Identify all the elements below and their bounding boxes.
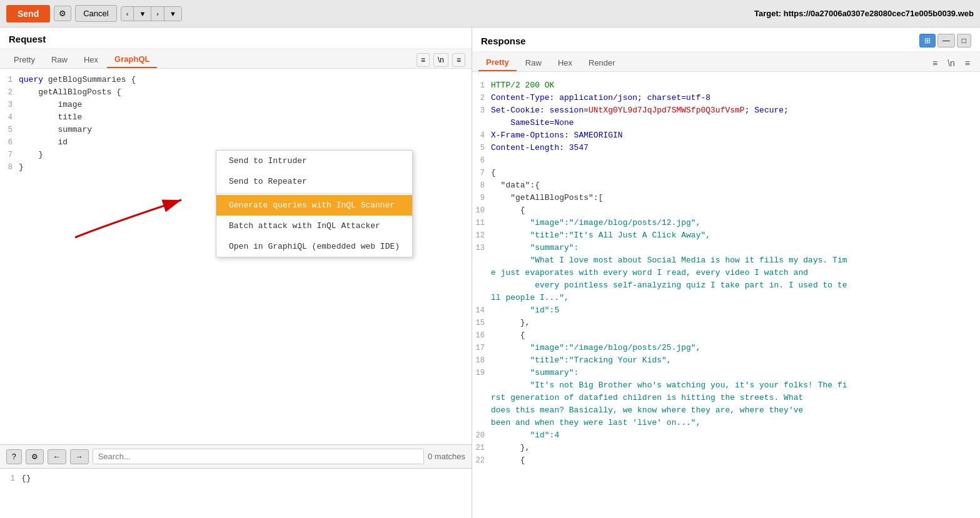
resp-line-20: 20 "id":4 bbox=[472, 429, 980, 442]
response-more-icon[interactable]: ≡ bbox=[961, 56, 974, 70]
settings-icon-button[interactable]: ⚙ bbox=[54, 6, 71, 21]
response-panel-header: Response ⊞ — □ bbox=[472, 27, 980, 52]
help-button[interactable]: ? bbox=[6, 449, 22, 464]
match-count: 0 matches bbox=[428, 452, 465, 461]
resp-line-19: 19 "summary": bbox=[472, 367, 980, 379]
context-menu: Send to Intruder Send to Repeater Genera… bbox=[216, 150, 413, 257]
tab-pretty-request[interactable]: Pretty bbox=[6, 52, 43, 67]
resp-line-14: 14 "id":5 bbox=[472, 304, 980, 317]
search-next-button[interactable]: → bbox=[70, 449, 89, 464]
resp-line-4: 4 X-Frame-Options: SAMEORIGIN bbox=[472, 129, 980, 142]
back-dropdown-button[interactable]: ▼ bbox=[134, 7, 151, 21]
request-panel-title: Request bbox=[0, 27, 472, 49]
tab-hex-request[interactable]: Hex bbox=[76, 52, 106, 67]
code-line-4: 4 title bbox=[0, 111, 472, 124]
search-prev-button[interactable]: ← bbox=[48, 449, 66, 464]
arrow-indicator bbox=[56, 175, 219, 250]
resp-line-15: 15 }, bbox=[472, 317, 980, 329]
resp-line-19b: "It's not Big Brother who's watching you… bbox=[472, 379, 980, 392]
more-icon-button[interactable]: ≡ bbox=[452, 53, 465, 67]
request-tab-icons: ≡ \n ≡ bbox=[417, 53, 465, 67]
ctx-generate-queries[interactable]: Generate queries with InQL Scanner bbox=[216, 195, 412, 216]
request-panel: Request Pretty Raw Hex GraphQL ≡ \n ≡ 1 … bbox=[0, 27, 472, 518]
cancel-button[interactable]: Cancel bbox=[75, 5, 116, 22]
toolbar: Send ⚙ Cancel ‹ ▼ › ▼ Target: https://0a… bbox=[0, 0, 980, 27]
response-wrap-icon[interactable]: \n bbox=[944, 56, 959, 70]
response-panel: Response ⊞ — □ Pretty Raw Hex Render ≡ \… bbox=[472, 27, 980, 518]
view-horizontal-button[interactable]: — bbox=[937, 34, 955, 47]
bottom-code-area: 1 {} bbox=[0, 468, 472, 518]
resp-line-3b: SameSite=None bbox=[472, 117, 980, 129]
ctx-batch-attack[interactable]: Batch attack with InQL Attacker bbox=[216, 216, 412, 236]
resp-line-13d: every pointless self-analyzing quiz I ta… bbox=[472, 279, 980, 292]
resp-line-19d: does this mean? Basically, we know where… bbox=[472, 404, 980, 417]
resp-line-18: 18 "title":"Tracking Your Kids", bbox=[472, 354, 980, 367]
code-line-3: 3 image bbox=[0, 99, 472, 111]
request-code-area[interactable]: 1 query getBlogSummaries { 2 getAllBlogP… bbox=[0, 69, 472, 444]
search-bar: ? ⚙ ← → 0 matches bbox=[0, 444, 472, 468]
tab-pretty-response[interactable]: Pretty bbox=[478, 54, 517, 71]
search-input[interactable] bbox=[93, 449, 424, 464]
response-tab-icons: ≡ \n ≡ bbox=[929, 56, 974, 70]
resp-line-13c: e just evaporates with every word I read… bbox=[472, 267, 980, 279]
view-split-button[interactable]: ⊞ bbox=[919, 34, 936, 47]
forward-button[interactable]: › bbox=[151, 7, 164, 21]
main-content: Request Pretty Raw Hex GraphQL ≡ \n ≡ 1 … bbox=[0, 27, 980, 518]
forward-dropdown-button[interactable]: ▼ bbox=[164, 7, 181, 21]
response-code-area: 1 HTTP/2 200 OK 2 Content-Type: applicat… bbox=[472, 72, 980, 518]
response-panel-title: Response bbox=[481, 36, 526, 46]
view-full-button[interactable]: □ bbox=[957, 34, 971, 47]
tab-raw-request[interactable]: Raw bbox=[44, 52, 75, 67]
back-button[interactable]: ‹ bbox=[121, 7, 134, 21]
nav-arrows: ‹ ▼ › ▼ bbox=[121, 6, 182, 21]
resp-line-13e: ll people I...", bbox=[472, 292, 980, 304]
response-list-icon[interactable]: ≡ bbox=[929, 56, 941, 70]
code-line-2: 2 getAllBlogPosts { bbox=[0, 86, 472, 99]
resp-line-10: 10 { bbox=[472, 204, 980, 217]
resp-line-19c: rst generation of datafied children is h… bbox=[472, 392, 980, 404]
resp-line-8: 8 "data":{ bbox=[472, 179, 980, 192]
resp-line-22: 22 { bbox=[472, 454, 980, 467]
wrap-icon-button[interactable]: \n bbox=[433, 53, 448, 67]
code-line-6: 6 id bbox=[0, 136, 472, 149]
resp-line-12: 12 "title":"It's All Just A Click Away", bbox=[472, 229, 980, 242]
code-line-5: 5 summary bbox=[0, 124, 472, 136]
resp-line-7: 7 { bbox=[472, 167, 980, 179]
tab-graphql-request[interactable]: GraphQL bbox=[107, 51, 157, 68]
resp-line-13: 13 "summary": bbox=[472, 242, 980, 254]
ctx-send-to-repeater[interactable]: Send to Repeater bbox=[216, 171, 412, 192]
resp-line-11: 11 "image":"/image/blog/posts/12.jpg", bbox=[472, 217, 980, 229]
code-line-1: 1 query getBlogSummaries { bbox=[0, 74, 472, 86]
tab-raw-response[interactable]: Raw bbox=[518, 55, 549, 71]
search-settings-button[interactable]: ⚙ bbox=[26, 449, 44, 464]
tab-hex-response[interactable]: Hex bbox=[550, 55, 580, 71]
response-code-lines: 1 HTTP/2 200 OK 2 Content-Type: applicat… bbox=[472, 74, 980, 472]
resp-line-17: 17 "image":"/image/blog/posts/25.jpg", bbox=[472, 342, 980, 354]
bottom-code-line-1: 1 {} bbox=[0, 469, 472, 489]
resp-line-13b: "What I love most about Social Media is … bbox=[472, 254, 980, 267]
tab-render-response[interactable]: Render bbox=[581, 55, 623, 71]
resp-line-6: 6 bbox=[472, 154, 980, 167]
resp-line-2: 2 Content-Type: application/json; charse… bbox=[472, 92, 980, 104]
resp-line-5: 5 Content-Length: 3547 bbox=[472, 142, 980, 154]
response-tabs: Pretty Raw Hex Render ≡ \n ≡ bbox=[472, 52, 980, 72]
resp-line-9: 9 "getAllBlogPosts":[ bbox=[472, 192, 980, 204]
view-buttons: ⊞ — □ bbox=[919, 34, 971, 47]
ctx-divider-1 bbox=[216, 193, 412, 194]
resp-line-3: 3 Set-Cookie: session=UNtXg0YL9d7JqJpd7S… bbox=[472, 104, 980, 117]
resp-line-19e: been and when they were last 'live' on..… bbox=[472, 417, 980, 429]
resp-line-21: 21 }, bbox=[472, 442, 980, 454]
request-tabs: Pretty Raw Hex GraphQL ≡ \n ≡ bbox=[0, 49, 472, 69]
resp-line-1: 1 HTTP/2 200 OK bbox=[472, 79, 980, 92]
ctx-send-to-intruder[interactable]: Send to Intruder bbox=[216, 151, 412, 171]
pretty-print-icon-button[interactable]: ≡ bbox=[417, 53, 430, 67]
send-button[interactable]: Send bbox=[6, 5, 50, 22]
target-label: Target: https://0a27006a0307e28080cec71e… bbox=[754, 9, 974, 18]
ctx-open-graphiql[interactable]: Open in GraphiQL (embedded web IDE) bbox=[216, 236, 412, 257]
resp-line-16: 16 { bbox=[472, 329, 980, 342]
